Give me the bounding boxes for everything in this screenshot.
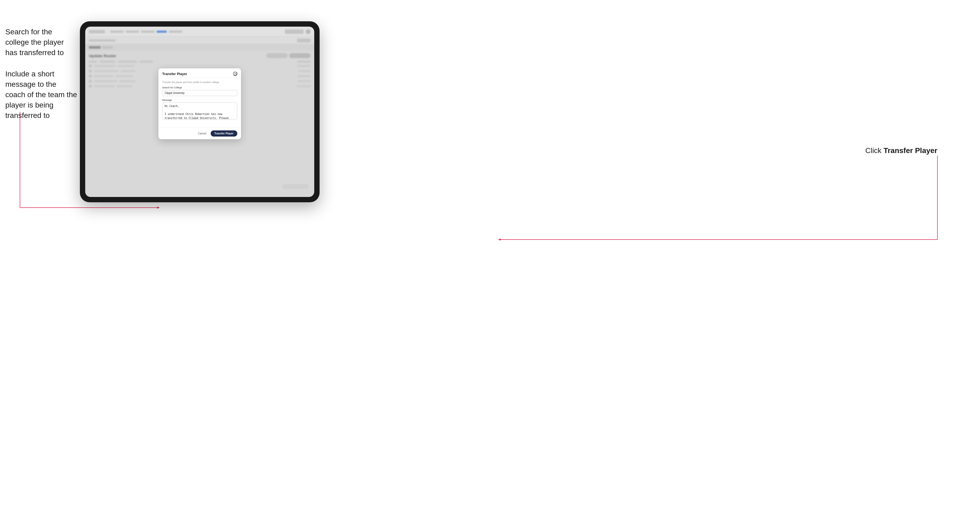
- annotation-search-text: Search for the college the player has tr…: [5, 27, 77, 58]
- modal-header: Transfer Player ×: [158, 68, 241, 78]
- svg-marker-2: [157, 206, 160, 209]
- annotation-message-text: Include a short message to the coach of …: [5, 69, 77, 121]
- search-college-label: Search for College: [162, 86, 237, 89]
- message-label: Message: [162, 99, 237, 102]
- modal-overlay: Transfer Player × Transfer the player an…: [85, 27, 314, 197]
- modal-body: Transfer the player and their profile to…: [158, 78, 241, 127]
- tablet-screen: Update Roster: [85, 27, 314, 197]
- transfer-player-button[interactable]: Transfer Player: [211, 130, 237, 137]
- message-textarea[interactable]: Hi Coach, I understand Chris Robertson h…: [162, 103, 237, 119]
- svg-marker-5: [498, 238, 501, 241]
- modal-close-button[interactable]: ×: [233, 71, 237, 76]
- tablet-device: Update Roster: [80, 21, 320, 202]
- bottom-area: [282, 184, 309, 189]
- annotation-click-text: Click: [865, 146, 881, 155]
- modal-footer: Cancel Transfer Player: [158, 127, 241, 139]
- cancel-button[interactable]: Cancel: [196, 131, 208, 136]
- annotation-transfer-text: Transfer Player: [884, 146, 937, 155]
- annotation-right: Click Transfer Player: [865, 146, 937, 155]
- transfer-player-modal: Transfer Player × Transfer the player an…: [158, 68, 241, 139]
- modal-title: Transfer Player: [162, 72, 187, 76]
- modal-subtitle: Transfer the player and their profile to…: [162, 81, 237, 84]
- annotation-left: Search for the college the player has tr…: [5, 27, 77, 132]
- search-college-input[interactable]: [162, 90, 237, 96]
